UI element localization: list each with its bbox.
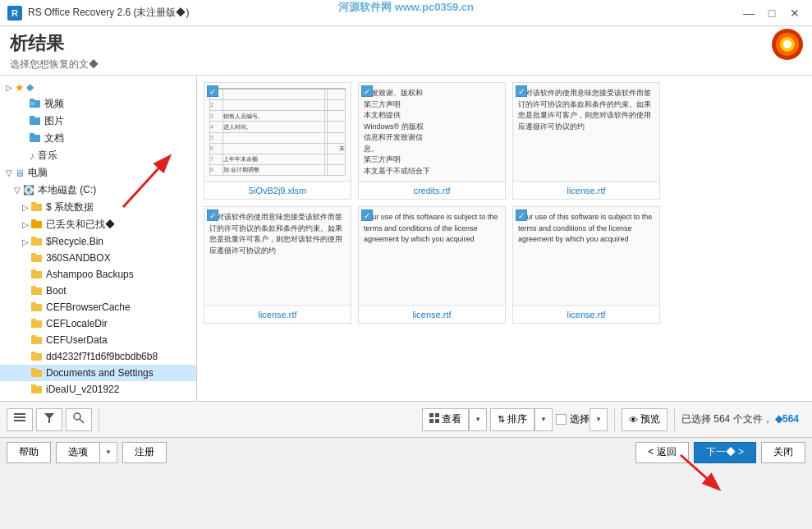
preview-button[interactable]: 👁 预览 <box>622 408 667 431</box>
tree-item-cefbrowser[interactable]: CEFBrowserCache <box>0 299 196 315</box>
file-preview-license2: 您对该软件的使用意味您接受该软件而签订的许可协议的条款和条件的约束。如果您是批量… <box>204 207 351 306</box>
view-button[interactable]: 查看 <box>422 408 469 431</box>
close-action-button[interactable]: 关闭 <box>761 442 805 463</box>
file-card-credits[interactable]: ✓ 开发致谢、版权和第三方声明本文档提供Windows® 的版权信息和开发致谢信… <box>358 82 506 200</box>
back-button[interactable]: < 返回 <box>635 442 688 463</box>
tree-label-boot: Boot <box>46 285 67 297</box>
svg-rect-14 <box>31 202 36 205</box>
tree-item-music[interactable]: ♪ 音乐 <box>0 147 196 164</box>
select-checkbox-label[interactable]: 选择 <box>556 412 590 426</box>
file-card-license4[interactable]: ✓ Your use of this software is subject t… <box>512 206 660 324</box>
window-controls: — □ ✕ <box>738 2 805 24</box>
file-check-license3[interactable]: ✓ <box>361 209 373 221</box>
svg-rect-10 <box>30 116 34 118</box>
spreadsheet-content: 1 2 3销售人员编号, 4进人时间, 5 6末 7上年年末余额 8加:会计期调… <box>204 83 351 181</box>
options-dropdown[interactable]: ▼ <box>100 442 117 463</box>
file-name-license2[interactable]: license.rtf <box>204 306 351 323</box>
file-check-license2[interactable]: ✓ <box>207 209 218 221</box>
svg-marker-42 <box>44 413 54 423</box>
tree-label-ideaiu: iDeaIU_v201922 <box>46 384 119 395</box>
filter-icon <box>44 412 55 426</box>
svg-rect-26 <box>31 302 36 305</box>
tree-label-disk-c: 本地磁盘 (C:) <box>38 183 96 197</box>
license3-content: Your use of this software is subject to … <box>359 207 505 305</box>
tree-label-360: 360SANDBOX <box>46 252 111 264</box>
file-grid: ✓ 1 2 3销售人员编号, 4进人时间, 5 6末 7上年年末余额 8加:会计 <box>197 76 812 330</box>
svg-rect-24 <box>31 286 36 288</box>
tree-item-360[interactable]: 360SANDBOX <box>0 250 196 266</box>
sort-group: ⇅ 排序 ▼ <box>490 408 553 431</box>
license1-content: 您对该软件的使用意味您接受该软件而签订的许可协议的条款和条件的约束。如果您是批量… <box>513 83 659 181</box>
file-check-credits[interactable]: ✓ <box>361 85 373 97</box>
options-group: 选项 ▼ <box>56 442 117 463</box>
options-caret: ▼ <box>105 448 112 456</box>
file-preview-credits: 开发致谢、版权和第三方声明本文档提供Windows® 的版权信息和开发致谢信息。… <box>359 83 505 182</box>
file-name-license4[interactable]: license.rtf <box>513 306 659 323</box>
tree-item-pictures[interactable]: 图片 <box>0 113 196 130</box>
computer-icon: 🖥 <box>15 168 25 179</box>
app-logo-area <box>771 28 804 63</box>
file-check-xlsm[interactable]: ✓ <box>207 85 218 97</box>
file-name-xlsm[interactable]: 5iOvB2j9.xlsm <box>204 182 351 199</box>
tree-item-docs-settings[interactable]: Documents and Settings <box>0 365 196 381</box>
folder-icon-cefbrowser <box>31 301 43 314</box>
file-card-xlsm[interactable]: ✓ 1 2 3销售人员编号, 4进人时间, 5 6末 7上年年末余额 8加:会计 <box>204 82 351 200</box>
svg-rect-30 <box>31 335 36 338</box>
view-label: 查看 <box>442 412 461 426</box>
next-button[interactable]: 下一◆ > <box>694 442 756 463</box>
close-button[interactable]: ✕ <box>784 2 805 24</box>
svg-rect-13 <box>31 204 42 211</box>
tree-item-favorites[interactable]: ▷ ★ ◆ <box>0 79 196 95</box>
select-checkbox[interactable] <box>556 414 567 425</box>
filter-button[interactable] <box>36 408 62 431</box>
tree-label-cefuser: CEFUserData <box>46 334 108 346</box>
select-group: 选择 ▼ <box>556 408 608 431</box>
maximize-button[interactable]: □ <box>761 2 782 24</box>
folder-icon-boot <box>31 285 43 297</box>
tree-item-disk-c[interactable]: ▽ 💽 本地磁盘 (C:) <box>0 182 196 199</box>
tree-label-pictures: 图片 <box>44 114 64 128</box>
preview-label: 预览 <box>640 412 660 426</box>
tree-item-cefuser[interactable]: CEFUserData <box>0 332 196 348</box>
toolbar-separator-3 <box>674 408 675 431</box>
file-check-license1[interactable]: ✓ <box>516 85 527 97</box>
svg-rect-25 <box>31 304 42 311</box>
file-check-license4[interactable]: ✓ <box>516 209 527 221</box>
watermark: 河源软件网 www.pc0359.cn <box>338 0 474 15</box>
tree-label-cefbrowser: CEFBrowserCache <box>46 301 131 313</box>
svg-rect-35 <box>31 386 42 393</box>
tree-item-lost[interactable]: ▷ 已丢失和已找◆ <box>0 216 196 233</box>
options-button[interactable]: 选项 <box>56 442 100 463</box>
tree-item-recycle[interactable]: ▷ $Recycle.Bin <box>0 233 196 250</box>
folder-icon-ideaiu <box>31 384 43 396</box>
file-count-text: 已选择 564 个文件， ◆564 <box>681 412 799 426</box>
sort-button[interactable]: ⇅ 排序 <box>490 408 534 431</box>
svg-rect-32 <box>31 352 36 354</box>
file-card-license3[interactable]: ✓ Your use of this software is subject t… <box>358 206 506 324</box>
register-button[interactable]: 注册 <box>122 442 167 463</box>
tree-item-ideaiu[interactable]: iDeaIU_v201922 <box>0 381 196 398</box>
file-count-label: 已选择 564 个文件， <box>681 413 773 425</box>
tree-item-ashampoo[interactable]: Ashampoo Backups <box>0 266 196 283</box>
file-card-license1[interactable]: ✓ 您对该软件的使用意味您接受该软件而签订的许可协议的条款和条件的约束。如果您是… <box>512 82 660 200</box>
tree-item-boot[interactable]: Boot <box>0 283 196 299</box>
list-view-button[interactable] <box>7 408 33 431</box>
bottom-bar: 帮助 选项 ▼ 注册 < 返回 下一◆ > 关闭 <box>0 437 812 467</box>
select-dropdown[interactable]: ▼ <box>590 408 608 431</box>
tree-item-computer[interactable]: ▽ 🖥 电脑 <box>0 164 196 182</box>
tree-item-ceflocale[interactable]: CEFLocaleDir <box>0 315 196 332</box>
header-bar: 析结果 选择您想恢复的文◆ <box>0 26 812 76</box>
file-name-license1[interactable]: license.rtf <box>513 182 659 199</box>
tree-item-videos[interactable]: 视频 <box>0 95 196 113</box>
file-name-license3[interactable]: license.rtf <box>359 306 505 323</box>
minimize-button[interactable]: — <box>738 2 759 24</box>
tree-item-sysdata[interactable]: ▷ $ 系统数据 <box>0 199 196 216</box>
help-button[interactable]: 帮助 <box>7 442 51 463</box>
search-button[interactable] <box>66 408 92 431</box>
file-card-license2[interactable]: ✓ 您对该软件的使用意味您接受该软件而签订的许可协议的条款和条件的约束。如果您是… <box>204 206 351 324</box>
view-dropdown[interactable]: ▼ <box>469 408 487 431</box>
sort-dropdown[interactable]: ▼ <box>534 408 553 431</box>
tree-item-documents[interactable]: 文档 <box>0 130 196 147</box>
tree-item-dd4232[interactable]: dd4232f7f1d6f9bcbdb6b8 <box>0 348 196 365</box>
file-name-credits[interactable]: credits.rtf <box>359 182 505 199</box>
